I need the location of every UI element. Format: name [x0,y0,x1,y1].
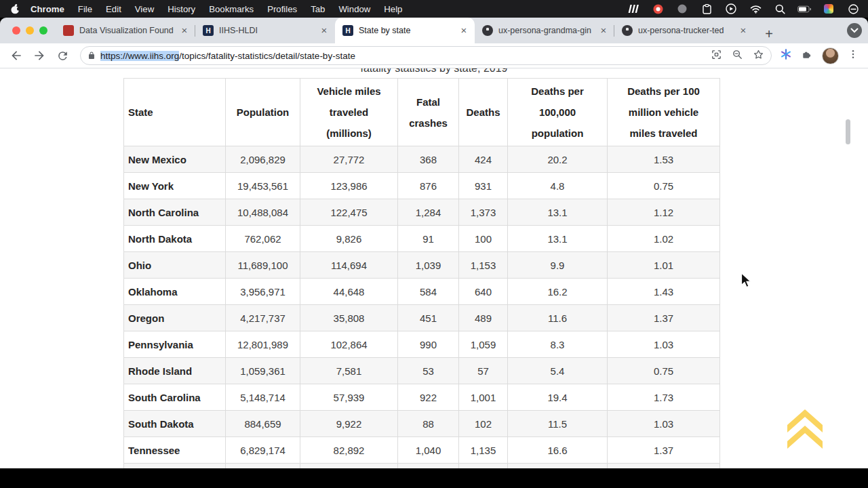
table-row: Oregon4,217,73735,80845148911.61.37 [124,305,720,331]
menubar-item-edit[interactable]: Edit [106,4,121,14]
forward-button[interactable] [30,46,49,65]
colorful-app-icon[interactable] [822,3,835,14]
window-minimize-button[interactable] [26,26,34,35]
clipboard-icon[interactable] [700,3,713,14]
dataviz-favicon [63,25,74,36]
value-cell: 1,373 [459,199,508,226]
back-button[interactable] [7,46,26,65]
tab-search-button[interactable] [847,23,862,38]
window-controls [12,26,47,35]
tab-ux-persona-grandma-gin[interactable]: ux-persona-grandma-gin× [475,18,614,43]
record-icon[interactable] [651,3,665,14]
scrollbar[interactable] [846,119,850,144]
url-bar[interactable]: https://www.iihs.org/topics/fatality-sta… [80,46,772,65]
extensions-puzzle-icon[interactable] [801,48,813,63]
value-cell: 8.3 [508,331,608,358]
tab-strip: Data Visualization Found×HIIHS-HLDI×HSta… [0,18,868,43]
value-cell: 9,922 [300,411,398,437]
column-header: Deaths per 100,000 population [508,79,608,146]
lock-icon[interactable] [87,51,96,60]
zoom-icon[interactable] [732,49,743,63]
state-cell: Oregon [124,305,226,331]
table-row: Rhode Island1,059,3617,58153575.40.75 [124,358,720,384]
menubar-item-history[interactable]: History [167,4,195,14]
tab-close-icon[interactable]: × [738,25,749,36]
value-cell: 1.12 [608,199,720,226]
tab-close-icon[interactable]: × [179,25,190,36]
persona-favicon [482,25,493,36]
menubar-item-tab[interactable]: Tab [311,4,325,14]
tab-state-by-state[interactable]: HState by state× [335,18,475,43]
app-bars-icon[interactable] [627,3,640,14]
value-cell: 9,826 [300,226,398,252]
column-header: State [124,79,226,146]
value-cell: 19.4 [508,384,608,411]
tab-iihs-hldi[interactable]: HIIHS-HLDI× [195,18,335,43]
value-cell: 0.75 [608,358,720,384]
value-cell: 53 [398,358,459,384]
tab-data-visualization-found[interactable]: Data Visualization Found× [56,18,195,43]
tab-close-icon[interactable]: × [458,25,469,36]
state-cell: South Carolina [124,384,226,411]
wifi-icon[interactable] [749,3,762,14]
spotlight-search-icon[interactable] [773,3,787,14]
window-zoom-button[interactable] [39,26,47,35]
bookmark-star-icon[interactable] [753,49,764,63]
back-to-top-button[interactable] [785,407,825,449]
value-cell: 1.53 [608,146,720,173]
tab-close-icon[interactable]: × [598,25,609,36]
tabs-container: Data Visualization Found×HIIHS-HLDI×HSta… [56,18,754,43]
tab-label: IIHS-HLDI [219,26,313,35]
tab-label: Data Visualization Found [79,26,174,35]
menubar-item-view[interactable]: View [135,4,154,14]
value-cell: 1.73 [608,384,720,411]
pinwheel-extension-icon[interactable] [780,48,792,63]
value-cell: 11.5 [508,411,608,437]
battery-icon[interactable] [797,3,811,14]
toolbar-right [780,47,859,64]
browser-menu-kebab-icon[interactable] [848,48,859,63]
tab-ux-persona-trucker-ted[interactable]: ux-persona-trucker-ted× [614,18,754,43]
value-cell: 0.75 [608,173,720,199]
value-cell: 114,694 [300,252,398,279]
value-cell: 7,581 [300,358,398,384]
url-text[interactable]: https://www.iihs.org/topics/fatality-sta… [100,51,355,61]
value-cell: 489 [459,305,508,331]
new-tab-button[interactable]: + [760,24,778,43]
scan-icon[interactable] [711,49,722,63]
column-header: Deaths per 100 million vehicle miles tra… [608,79,720,146]
state-cell: Tennessee [124,437,226,464]
menubar-item-chrome[interactable]: Chrome [31,4,64,14]
state-cell: North Carolina [124,199,226,226]
value-cell [226,464,300,469]
profile-avatar[interactable] [822,47,839,64]
focus-icon[interactable] [846,3,860,14]
table-row: South Carolina5,148,71457,9399221,00119.… [124,384,720,411]
table-header-row: StatePopulationVehicle miles traveled (m… [124,79,720,146]
value-cell: 3,956,971 [226,279,300,305]
value-cell: 2,096,829 [226,146,300,173]
gray-circle-icon[interactable] [675,3,689,14]
value-cell: 1.37 [608,437,720,464]
play-circle-icon[interactable] [724,3,738,14]
value-cell: 100 [459,226,508,252]
menubar-item-help[interactable]: Help [384,4,402,14]
column-header: Vehicle miles traveled (millions) [300,79,398,146]
apple-icon[interactable] [11,4,20,14]
window-close-button[interactable] [12,26,20,35]
value-cell: 1,001 [459,384,508,411]
menubar-item-bookmarks[interactable]: Bookmarks [209,4,254,14]
menubar-item-file[interactable]: File [78,4,92,14]
value-cell: 1,135 [459,437,508,464]
table-row: Pennsylvania12,801,989102,8649901,0598.3… [124,331,720,358]
value-cell [608,464,720,469]
menubar-item-window[interactable]: Window [338,4,370,14]
table-row-partial [124,464,720,469]
value-cell [124,464,226,469]
value-cell: 82,892 [300,437,398,464]
persona-favicon [622,25,633,36]
reload-button[interactable] [53,46,72,65]
tab-close-icon[interactable]: × [319,25,330,36]
value-cell: 122,475 [300,199,398,226]
menubar-item-profiles[interactable]: Profiles [267,4,297,14]
